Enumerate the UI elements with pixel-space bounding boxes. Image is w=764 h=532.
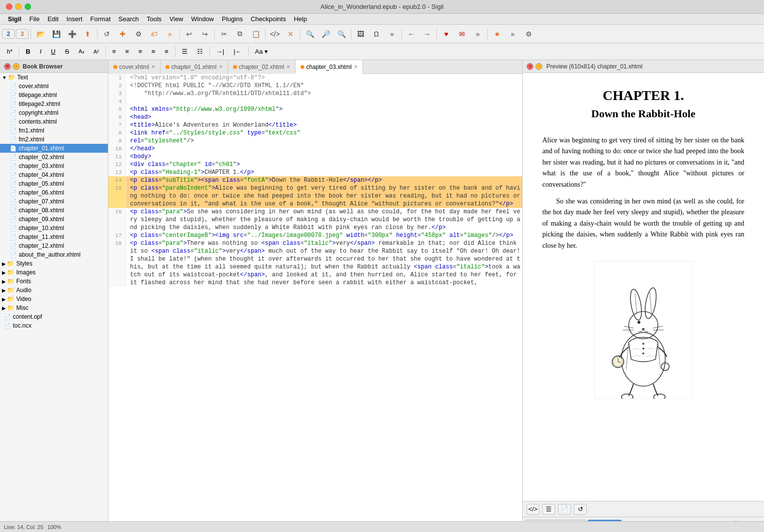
menu-plugins[interactable]: Plugins [218, 15, 247, 23]
special-char-button[interactable]: Ω [369, 27, 384, 41]
italic-button[interactable]: I [36, 46, 46, 57]
sidebar-item-chapter09[interactable]: 📄chapter_09.xhtml [0, 215, 108, 224]
superscript-button[interactable]: A² [90, 47, 103, 56]
underline-button[interactable]: U [47, 46, 59, 57]
delete-button[interactable]: ✕ [283, 27, 298, 41]
align-center-button[interactable]: ≡ [121, 46, 133, 57]
menu-window[interactable]: Window [187, 15, 218, 23]
menu-edit[interactable]: Edit [43, 15, 62, 23]
menu-file[interactable]: File [25, 15, 43, 23]
code-editor[interactable]: 1 <?xml version="1.0" encoding="utf-8"?>… [108, 74, 522, 532]
undo-button[interactable]: ↩ [182, 27, 197, 41]
more4-button[interactable]: » [505, 27, 520, 41]
tab-chapter02[interactable]: chapter_02.xhtml ✕ [228, 60, 296, 74]
tab-chapter01[interactable]: chapter_01.xhtml ✕ [161, 60, 228, 74]
sidebar-item-chapter06[interactable]: 📄chapter_06.xhtml [0, 188, 108, 197]
nav-badge-2[interactable]: 2 [2, 29, 15, 39]
sidebar-item-titlepage[interactable]: 📄titlepage.xhtml [0, 91, 108, 100]
sidebar-item-chapter08[interactable]: 📄chapter_08.xhtml [0, 206, 108, 215]
align-left-button[interactable]: ≡ [108, 46, 120, 57]
sidebar-item-chapter07[interactable]: 📄chapter_07.xhtml [0, 197, 108, 206]
menu-help[interactable]: Help [290, 15, 311, 23]
sidebar-folder-audio[interactable]: ▶ 📁 Audio [0, 286, 108, 295]
sidebar-folder-text[interactable]: ▼ 📁 Text [0, 73, 108, 82]
sidebar-item-chapter01[interactable]: 📄chapter_01.xhtml [0, 144, 108, 153]
code-button[interactable]: </> [267, 27, 282, 41]
zoom-in-button[interactable]: 🔎 [318, 27, 333, 41]
menu-format[interactable]: Format [86, 15, 114, 23]
sidebar-item-chapter12[interactable]: 📄chapter_12.xhtml [0, 241, 108, 250]
menu-checkpoints[interactable]: Checkpoints [247, 15, 290, 23]
align-justify-button[interactable]: ≡ [148, 46, 160, 57]
image-button[interactable]: 🖼 [353, 27, 368, 41]
tab-close-chapter01[interactable]: ✕ [219, 64, 223, 69]
sidebar-item-copyright[interactable]: 📄copyright.xhtml [0, 108, 108, 117]
unordered-list-button[interactable]: ☰ [178, 46, 192, 57]
sidebar-item-content-opf[interactable]: 📄content.opf [0, 312, 108, 321]
sidebar-close-icon[interactable]: ✕ [4, 63, 11, 70]
cut-button[interactable]: ✂ [217, 27, 232, 41]
preview-doc-button[interactable]: 📄 [558, 504, 571, 515]
menu-view[interactable]: View [166, 15, 187, 23]
forward-button[interactable]: → [420, 27, 434, 41]
paste-button[interactable]: 📋 [248, 27, 263, 41]
close-button[interactable] [6, 3, 12, 10]
menu-sigil[interactable]: Sigil [4, 15, 25, 23]
sidebar-item-contents[interactable]: 📄contents.xhtml [0, 117, 108, 126]
maximize-button[interactable] [25, 3, 31, 10]
menu-insert[interactable]: Insert [63, 15, 87, 23]
align-extra-button[interactable]: ≡ [161, 46, 172, 57]
sidebar-item-chapter03[interactable]: 📄chapter_03.xhtml [0, 162, 108, 170]
sidebar-folder-styles[interactable]: ▶ 📁 Styles [0, 259, 108, 268]
nav-badge-3[interactable]: 3 [16, 29, 29, 39]
indent-button[interactable]: →| [212, 46, 228, 57]
strikethrough-button[interactable]: S [61, 46, 73, 57]
tab-close-chapter02[interactable]: ✕ [286, 64, 290, 69]
sidebar-folder-misc[interactable]: ▶ 📁 Misc [0, 303, 108, 312]
sidebar-item-chapter05[interactable]: 📄chapter_05.xhtml [0, 179, 108, 188]
sidebar-item-chapter02[interactable]: 📄chapter_02.xhtml [0, 153, 108, 162]
up-button[interactable]: ⬆ [80, 27, 95, 41]
sidebar-item-fm1[interactable]: 📄fm1.xhtml [0, 126, 108, 135]
more-button[interactable]: » [163, 27, 177, 41]
open-folder-button[interactable]: 📂 [33, 27, 48, 41]
heading-dropdown[interactable]: h* [3, 47, 16, 57]
preview-close-icon[interactable]: ✕ [527, 63, 533, 70]
more2-button[interactable]: » [385, 27, 399, 41]
outdent-button[interactable]: |← [230, 46, 245, 57]
minimize-button[interactable] [15, 3, 22, 10]
menu-search[interactable]: Search [115, 15, 143, 23]
search-button[interactable]: 🔍 [302, 27, 317, 41]
refresh-button[interactable]: ↺ [100, 27, 114, 41]
bold-button[interactable]: B [22, 46, 34, 57]
mail-button[interactable]: ✉ [455, 27, 469, 41]
tab-close-cover[interactable]: ✕ [151, 64, 155, 69]
ordered-list-button[interactable]: ☷ [193, 46, 207, 57]
redo-button[interactable]: ↪ [198, 27, 212, 41]
sidebar-folder-fonts[interactable]: ▶ 📁 Fonts [0, 277, 108, 286]
tab-close-chapter03[interactable]: ✕ [354, 64, 358, 69]
star-button[interactable]: ★ [490, 27, 504, 41]
save-button[interactable]: 💾 [49, 27, 64, 41]
sidebar-minimize-icon[interactable]: − [13, 63, 20, 70]
add-file-button[interactable]: ➕ [65, 27, 79, 41]
sidebar-item-titlepage2[interactable]: 📄titlepage2.xhtml [0, 100, 108, 108]
sidebar-folder-video[interactable]: ▶ 📁 Video [0, 295, 108, 303]
menu-tools[interactable]: Tools [143, 15, 166, 23]
zoom-out-button[interactable]: 🔍 [334, 27, 349, 41]
sidebar-item-fm2[interactable]: 📄fm2.xhtml [0, 135, 108, 144]
back-button[interactable]: ← [404, 27, 419, 41]
sidebar-item-toc-ncx[interactable]: 📄toc.ncx [0, 321, 108, 330]
sidebar-item-chapter10[interactable]: 📄chapter_10.xhtml [0, 224, 108, 233]
preview-list-button[interactable]: ☰ [542, 504, 555, 515]
heart-button[interactable]: ♥ [439, 27, 454, 41]
subscript-button[interactable]: A₂ [74, 47, 88, 56]
preview-refresh-button[interactable]: ↺ [574, 504, 587, 515]
traffic-lights[interactable] [6, 3, 31, 10]
insert-button[interactable]: ✚ [115, 27, 130, 41]
sidebar-item-about-author[interactable]: 📄about_the_author.xhtml [0, 250, 108, 259]
copy-button[interactable]: ⧉ [233, 27, 247, 41]
sidebar-folder-images[interactable]: ▶ 📁 Images [0, 268, 108, 277]
tab-chapter03[interactable]: chapter_03.xhtml ✕ [296, 60, 363, 74]
preview-code-button[interactable]: </> [527, 504, 539, 515]
